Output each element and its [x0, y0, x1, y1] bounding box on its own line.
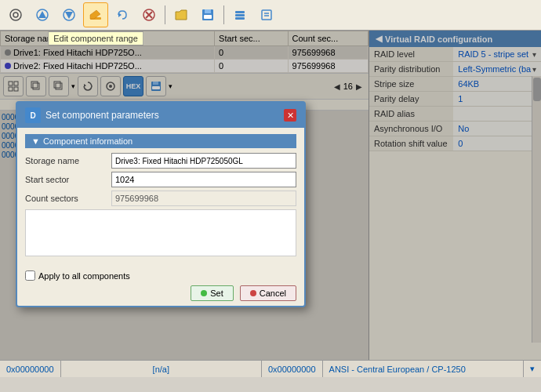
dialog-icon: D — [25, 107, 41, 123]
dialog-overlay: D Set component parameters ✕ ▼ Component… — [0, 31, 541, 360]
svg-rect-13 — [204, 15, 212, 19]
set-label: Set — [210, 289, 223, 298]
count-sectors-row: Count sectors — [25, 191, 296, 206]
sep2 — [223, 5, 224, 24]
apply-all-label: Apply to all components — [38, 271, 130, 281]
start-sector-label: Start sector — [25, 175, 111, 184]
svg-rect-15 — [235, 14, 245, 16]
status-offset: 0x00000000 — [0, 361, 61, 377]
storage-name-input[interactable] — [111, 153, 296, 169]
save-button[interactable] — [195, 2, 220, 27]
status-bar: 0x00000000 [n/a] 0x00000000 ANSI - Centr… — [0, 360, 541, 377]
set-button[interactable]: Set — [191, 285, 234, 301]
dialog-title-bar: D Set component parameters ✕ — [17, 103, 304, 128]
disk-button[interactable] — [3, 2, 28, 27]
status-offset-text: 0x00000000 — [6, 365, 54, 374]
cancel-dot — [250, 290, 256, 296]
dialog-close-button[interactable]: ✕ — [284, 109, 296, 122]
svg-point-0 — [10, 9, 21, 20]
svg-point-1 — [13, 13, 18, 17]
status-middle: [n/a] — [61, 361, 262, 377]
apply-all-checkbox[interactable] — [25, 270, 35, 281]
notes-textarea[interactable] — [26, 210, 296, 256]
status-right: 0x00000000 — [262, 361, 323, 377]
undo-button[interactable] — [110, 2, 135, 27]
storage-name-label: Storage name — [25, 156, 111, 165]
svg-rect-17 — [262, 10, 271, 20]
status-encoding-text: ANSI - Central European / CP-1250 — [329, 365, 466, 374]
export-button[interactable] — [254, 2, 279, 27]
down-button[interactable] — [56, 2, 82, 27]
svg-marker-7 — [118, 13, 122, 17]
start-sector-row: Start sector — [25, 172, 296, 187]
component-section: ▼ Component information — [25, 134, 296, 148]
status-encoding: ANSI - Central European / CP-1250 — [323, 361, 524, 377]
dialog-title-text: Set component parameters — [45, 110, 159, 121]
folder-button[interactable] — [169, 2, 194, 27]
set-dot — [201, 290, 207, 296]
svg-rect-12 — [205, 9, 211, 13]
count-sectors-value — [111, 191, 296, 206]
status-dropdown[interactable]: ▾ — [524, 361, 541, 377]
apply-all-row: Apply to all components — [25, 270, 296, 281]
svg-rect-16 — [235, 17, 245, 20]
x-button[interactable] — [136, 2, 162, 27]
status-right-text: 0x00000000 — [268, 365, 316, 374]
svg-marker-5 — [65, 12, 73, 19]
layers-button[interactable] — [227, 2, 252, 27]
cancel-button[interactable]: Cancel — [240, 285, 296, 301]
up-button[interactable] — [30, 2, 55, 27]
svg-rect-14 — [235, 11, 245, 13]
set-component-dialog: D Set component parameters ✕ ▼ Component… — [16, 101, 306, 307]
svg-marker-3 — [38, 11, 46, 18]
edit-button[interactable]: Edit component range — [83, 2, 108, 27]
toolbar: Edit component range — [0, 0, 541, 31]
sep1 — [165, 5, 165, 24]
encoding-dropdown-arrow[interactable]: ▾ — [530, 364, 535, 374]
dialog-footer: Apply to all components Set Cancel — [17, 266, 304, 306]
cancel-label: Cancel — [260, 289, 286, 298]
dialog-buttons: Set Cancel — [25, 284, 296, 301]
count-sectors-label: Count sectors — [25, 194, 111, 203]
component-section-label: Component information — [43, 136, 133, 146]
notes-area[interactable] — [25, 209, 296, 256]
storage-name-row: Storage name — [25, 153, 296, 169]
start-sector-input[interactable] — [111, 172, 296, 187]
status-middle-text: [n/a] — [153, 365, 169, 374]
